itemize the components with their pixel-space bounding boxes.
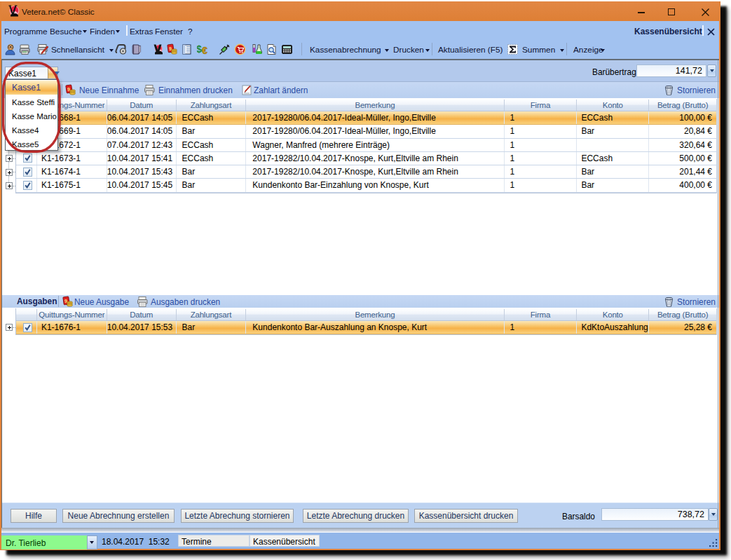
svg-text:$: $ [197,43,202,55]
svg-text:€: € [202,45,207,55]
